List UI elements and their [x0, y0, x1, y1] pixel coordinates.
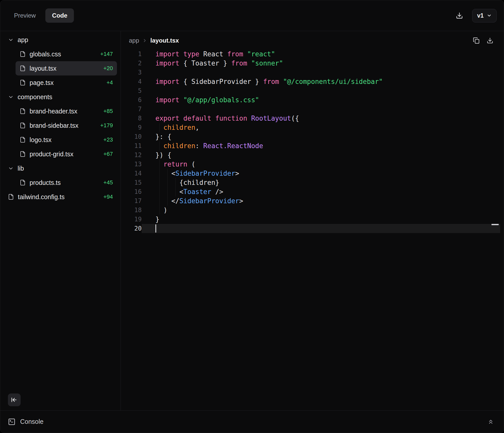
- code-line-8[interactable]: 8export default function RootLayout({: [121, 114, 504, 123]
- code-line-content: }: [142, 215, 500, 224]
- sidebar-item-logo-tsx[interactable]: logo.tsx+23: [16, 133, 117, 147]
- sidebar-item-globals-css[interactable]: globals.css+147: [16, 47, 117, 61]
- topbar-actions: v1: [453, 9, 497, 22]
- code-line-content: return (: [142, 160, 500, 169]
- file-icon: [20, 80, 26, 86]
- line-number: 15: [121, 178, 142, 187]
- code-line-9[interactable]: 9 children,: [121, 123, 504, 132]
- code-line-2[interactable]: 2import { Toaster } from "sonner": [121, 59, 504, 68]
- code-token: { SidebarProvider }: [179, 78, 263, 85]
- code-token: }: {: [155, 133, 171, 141]
- code-line-content: </SidebarProvider>: [142, 196, 500, 206]
- code-line-content: [142, 86, 500, 95]
- sidebar-item-lib[interactable]: lib: [4, 161, 117, 175]
- expand-console-button[interactable]: [485, 416, 496, 427]
- copy-code-button[interactable]: [471, 35, 482, 46]
- code-token: import: [155, 78, 179, 85]
- code-token: >: [239, 197, 243, 205]
- file-name: products.ts: [30, 179, 100, 186]
- sidebar-item-tailwind-config-ts[interactable]: tailwind.config.ts+94: [4, 190, 117, 204]
- code-editor[interactable]: 1import type React from "react"2import {…: [121, 47, 504, 410]
- file-name: logo.tsx: [30, 136, 100, 144]
- file-tree: appglobals.css+147layout.tsx+20page.tsx+…: [0, 33, 121, 204]
- code-line-11[interactable]: 11 children: React.ReactNode: [121, 141, 504, 150]
- code-line-18[interactable]: 18 ): [121, 206, 504, 215]
- sidebar-item-brand-header-tsx[interactable]: brand-header.tsx+85: [16, 104, 117, 118]
- code-line-6[interactable]: 6import "@/app/globals.css": [121, 95, 504, 105]
- view-tabs: Preview Code: [7, 8, 74, 23]
- code-line-content: }: {: [142, 132, 500, 141]
- code-line-20[interactable]: 20: [121, 224, 504, 233]
- sidebar-item-products-ts[interactable]: products.ts+45: [16, 175, 117, 190]
- download-icon: [487, 37, 493, 44]
- code-token: from: [227, 50, 243, 58]
- code-token: [179, 50, 183, 58]
- code-line-12[interactable]: 12}) {: [121, 150, 504, 160]
- code-token: return: [163, 160, 187, 168]
- code-line-15[interactable]: 15 {children}: [121, 178, 504, 187]
- code-line-13[interactable]: 13 return (: [121, 160, 504, 169]
- indent-guide: [167, 187, 168, 196]
- chevron-down-icon: [8, 37, 14, 43]
- sidebar-item-layout-tsx[interactable]: layout.tsx+20: [16, 61, 117, 75]
- line-number: 5: [121, 86, 142, 95]
- indent-guide: [160, 141, 160, 150]
- main-area: appglobals.css+147layout.tsx+20page.tsx+…: [0, 31, 504, 410]
- code-token: [279, 78, 283, 85]
- line-number: 14: [121, 169, 142, 178]
- code-token: [211, 114, 215, 122]
- code-line-content: {children}: [142, 178, 500, 187]
- sidebar-item-page-tsx[interactable]: page.tsx+4: [16, 75, 117, 90]
- tab-preview[interactable]: Preview: [7, 8, 42, 23]
- code-line-3[interactable]: 3: [121, 68, 504, 77]
- line-number: 8: [121, 114, 142, 123]
- code-line-1[interactable]: 1import type React from "react": [121, 49, 504, 59]
- console-header[interactable]: Console: [8, 418, 44, 426]
- file-icon: [20, 51, 26, 57]
- code-line-19[interactable]: 19}: [121, 215, 504, 224]
- code-token: {children}: [155, 179, 219, 186]
- sidebar-item-components[interactable]: components: [4, 90, 117, 104]
- code-line-4[interactable]: 4import { SidebarProvider } from "@/comp…: [121, 77, 504, 86]
- file-icon: [20, 151, 26, 157]
- code-line-17[interactable]: 17 </SidebarProvider>: [121, 196, 504, 206]
- download-button[interactable]: [453, 9, 466, 22]
- code-token: SidebarProvider: [179, 197, 239, 205]
- code-line-10[interactable]: 10}: {: [121, 132, 504, 141]
- code-token: RootLayout: [251, 114, 291, 122]
- code-line-5[interactable]: 5: [121, 86, 504, 95]
- sidebar-item-product-grid-tsx[interactable]: product-grid.tsx+67: [16, 147, 117, 161]
- tab-code[interactable]: Code: [45, 8, 74, 23]
- version-dropdown[interactable]: v1: [472, 9, 497, 22]
- indent-guide: [160, 187, 160, 196]
- folder-name: lib: [18, 165, 113, 172]
- code-token: ): [155, 206, 167, 214]
- collapse-sidebar-button[interactable]: [8, 393, 21, 406]
- code-token: />: [211, 188, 223, 196]
- code-line-content: [142, 105, 500, 114]
- code-line-content: export default function RootLayout({: [142, 114, 500, 123]
- code-line-content: [142, 224, 500, 233]
- code-token: ,: [195, 124, 200, 131]
- file-name: layout.tsx: [30, 65, 100, 72]
- code-line-content: children,: [142, 123, 500, 132]
- diff-added-count: +23: [103, 136, 113, 143]
- code-token: import: [155, 50, 179, 58]
- breadcrumb-item-current-file: layout.tsx: [150, 37, 179, 44]
- indent-guide: [160, 196, 160, 206]
- download-file-button[interactable]: [484, 35, 496, 46]
- code-line-7[interactable]: 7: [121, 105, 504, 114]
- code-line-14[interactable]: 14 <SidebarProvider>: [121, 169, 504, 178]
- sidebar-item-brand-sidebar-tsx[interactable]: brand-sidebar.tsx+179: [16, 118, 117, 133]
- line-number: 6: [121, 95, 142, 105]
- sidebar-item-app[interactable]: app: [4, 33, 117, 47]
- indent-guide: [160, 206, 160, 215]
- chevron-down-icon: [8, 165, 14, 171]
- code-token: SidebarProvider: [175, 170, 235, 177]
- code-panel: app layout.tsx: [121, 31, 504, 410]
- chevron-down-icon: [8, 94, 14, 100]
- code-token: >: [235, 170, 239, 177]
- code-line-16[interactable]: 16 <Toaster />: [121, 187, 504, 196]
- breadcrumb-item-app: app: [129, 37, 139, 44]
- code-token: import: [155, 59, 179, 67]
